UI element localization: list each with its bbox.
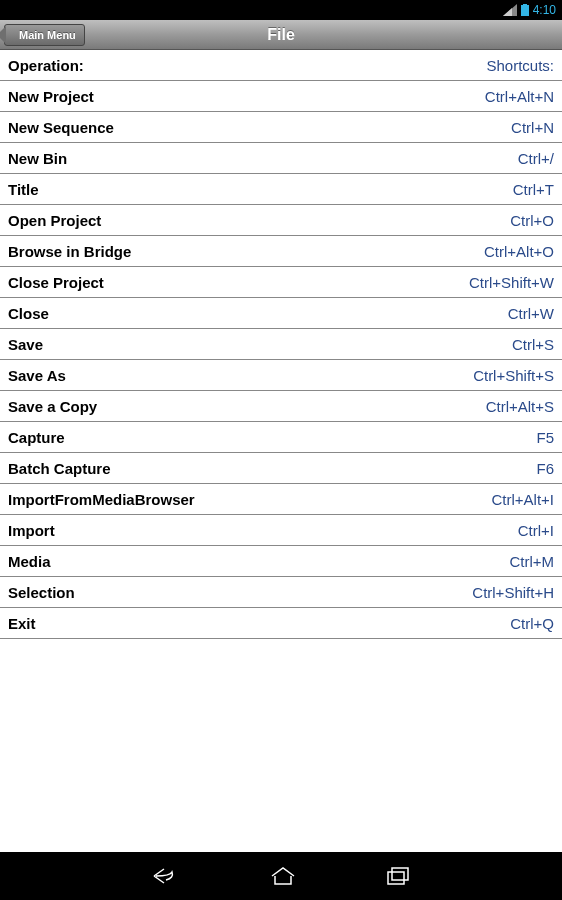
nav-recent-button[interactable] (386, 866, 410, 886)
list-item[interactable]: Browse in BridgeCtrl+Alt+O (0, 236, 562, 267)
shortcut-label: Ctrl+S (512, 336, 554, 353)
operation-label: Close (8, 305, 49, 322)
list-item[interactable]: Close ProjectCtrl+Shift+W (0, 267, 562, 298)
list-item[interactable]: Batch CaptureF6 (0, 453, 562, 484)
list-header: Operation: Shortcuts: (0, 50, 562, 81)
operation-label: Batch Capture (8, 460, 111, 477)
list-item[interactable]: ImportCtrl+I (0, 515, 562, 546)
svg-rect-2 (388, 872, 404, 884)
navigation-bar (0, 852, 562, 900)
shortcut-label: Ctrl+M (509, 553, 554, 570)
list-item[interactable]: Save AsCtrl+Shift+S (0, 360, 562, 391)
shortcut-label: F6 (536, 460, 554, 477)
shortcut-label: Ctrl+Shift+W (469, 274, 554, 291)
shortcut-label: Ctrl+Q (510, 615, 554, 632)
shortcut-label: Ctrl+N (511, 119, 554, 136)
back-button[interactable]: Main Menu (4, 24, 85, 46)
operation-label: Save As (8, 367, 66, 384)
signal-icon (503, 4, 517, 16)
shortcut-label: Ctrl+O (510, 212, 554, 229)
operation-label: Open Project (8, 212, 101, 229)
battery-icon (521, 4, 529, 16)
list-item[interactable]: TitleCtrl+T (0, 174, 562, 205)
shortcut-label: Ctrl+I (518, 522, 554, 539)
operation-label: Import (8, 522, 55, 539)
svg-rect-3 (392, 868, 408, 880)
list-item[interactable]: New BinCtrl+/ (0, 143, 562, 174)
list-item[interactable]: ImportFromMediaBrowserCtrl+Alt+I (0, 484, 562, 515)
nav-home-button[interactable] (270, 866, 296, 886)
operation-label: Save (8, 336, 43, 353)
operation-label: Exit (8, 615, 36, 632)
operation-label: New Project (8, 88, 94, 105)
back-button-label: Main Menu (19, 29, 76, 41)
operation-label: Browse in Bridge (8, 243, 131, 260)
list-item[interactable]: ExitCtrl+Q (0, 608, 562, 639)
shortcut-label: Ctrl+Shift+H (472, 584, 554, 601)
operation-label: ImportFromMediaBrowser (8, 491, 195, 508)
shortcut-label: F5 (536, 429, 554, 446)
shortcut-label: Ctrl+T (513, 181, 554, 198)
svg-rect-0 (521, 5, 529, 16)
status-bar: 4:10 (0, 0, 562, 20)
operation-label: Media (8, 553, 51, 570)
nav-back-button[interactable] (152, 866, 180, 886)
list-item[interactable]: CloseCtrl+W (0, 298, 562, 329)
shortcut-label: Ctrl+Alt+I (491, 491, 554, 508)
operation-label: Close Project (8, 274, 104, 291)
shortcut-label: Ctrl+/ (518, 150, 554, 167)
shortcut-label: Ctrl+Alt+N (485, 88, 554, 105)
operation-label: Capture (8, 429, 65, 446)
app-bar: Main Menu File (0, 20, 562, 50)
list-item[interactable]: SaveCtrl+S (0, 329, 562, 360)
shortcut-label: Ctrl+Alt+S (486, 398, 554, 415)
operation-label: New Sequence (8, 119, 114, 136)
list-item[interactable]: SelectionCtrl+Shift+H (0, 577, 562, 608)
list-item[interactable]: New ProjectCtrl+Alt+N (0, 81, 562, 112)
header-operation: Operation: (8, 57, 84, 74)
list-item[interactable]: CaptureF5 (0, 422, 562, 453)
operation-label: Save a Copy (8, 398, 97, 415)
operation-label: Selection (8, 584, 75, 601)
svg-rect-1 (523, 4, 527, 5)
shortcut-label: Ctrl+W (508, 305, 554, 322)
operation-label: New Bin (8, 150, 67, 167)
shortcut-list[interactable]: Operation: Shortcuts: New ProjectCtrl+Al… (0, 50, 562, 852)
list-item[interactable]: Open ProjectCtrl+O (0, 205, 562, 236)
shortcut-label: Ctrl+Shift+S (473, 367, 554, 384)
list-item[interactable]: MediaCtrl+M (0, 546, 562, 577)
status-time: 4:10 (533, 3, 556, 17)
list-item[interactable]: Save a CopyCtrl+Alt+S (0, 391, 562, 422)
operation-label: Title (8, 181, 39, 198)
shortcut-label: Ctrl+Alt+O (484, 243, 554, 260)
list-item[interactable]: New SequenceCtrl+N (0, 112, 562, 143)
header-shortcuts: Shortcuts: (486, 57, 554, 74)
